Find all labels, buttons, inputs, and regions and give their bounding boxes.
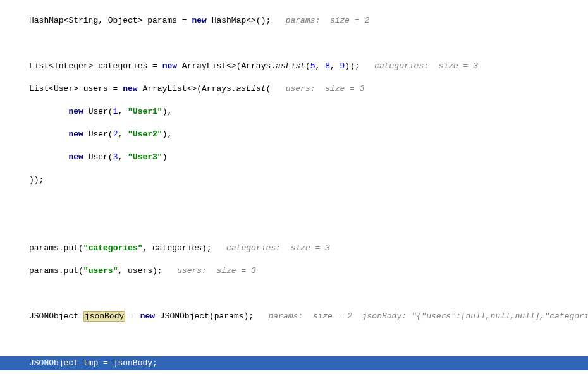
current-exec-line: JSONObject tmp = jsonBody; [0,356,588,370]
code-block: HashMap<String, Object> params = new Has… [0,4,588,376]
code-editor[interactable]: HashMap<String, Object> params = new Has… [0,0,588,376]
